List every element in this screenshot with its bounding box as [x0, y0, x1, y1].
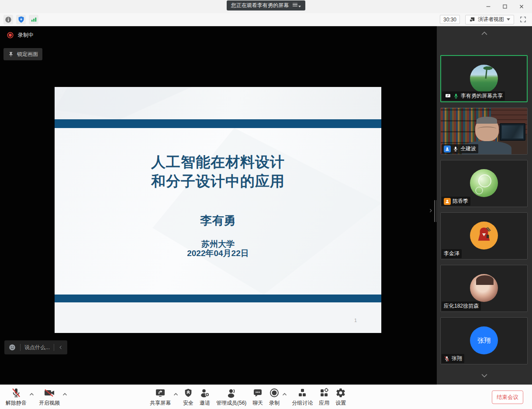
- minimize-icon[interactable]: [482, 1, 494, 12]
- view-mode-dropdown[interactable]: 演讲者视图: [465, 15, 514, 24]
- participant-name: 张翔: [452, 355, 462, 362]
- participant-tile-xu-miaosen[interactable]: 应化182徐苗森: [440, 265, 528, 312]
- participant-label: 张翔: [442, 354, 464, 363]
- breakout-rooms-button[interactable]: 分组讨论: [289, 386, 316, 409]
- scroll-up-icon[interactable]: [480, 30, 489, 38]
- participant-name: 陈香季: [453, 198, 468, 205]
- chat-button[interactable]: 聊天: [249, 386, 266, 409]
- red-figure: [475, 226, 493, 245]
- slide-title-line2: 和分子设计中的应用: [55, 172, 381, 191]
- mic-on-icon: [453, 93, 459, 99]
- scroll-down-icon[interactable]: [480, 372, 489, 380]
- participant-name: 应化182徐苗森: [444, 302, 479, 310]
- video-options-chevron-icon[interactable]: [62, 390, 67, 398]
- participant-label: 应化182徐苗森: [442, 302, 481, 311]
- hamburger-icon: [293, 3, 297, 7]
- emoji-icon[interactable]: [8, 343, 16, 351]
- participants-sidebar: 李有勇的屏幕共享 仝建波: [437, 26, 532, 385]
- members-icon: [226, 388, 237, 398]
- camera-off-icon: [44, 388, 55, 398]
- participant-tile-chen-xiangji[interactable]: 陈香季: [440, 160, 528, 207]
- settings-button[interactable]: 设置: [332, 386, 349, 409]
- chat-icon: [252, 388, 263, 398]
- fullscreen-icon[interactable]: [519, 16, 527, 23]
- apps-button[interactable]: 应用: [316, 386, 332, 409]
- manage-members-label: 管理成员(56): [216, 399, 246, 407]
- invite-button[interactable]: 邀请: [197, 386, 213, 409]
- start-video-button[interactable]: 开启视频: [36, 386, 63, 409]
- participant-tile-li-youyong-share[interactable]: 李有勇的屏幕共享: [440, 55, 528, 102]
- collapse-sidebar-icon[interactable]: [428, 207, 433, 216]
- toolbar-left-group: 解除静音 开启视频: [3, 385, 69, 409]
- shield-plus-icon[interactable]: [16, 15, 26, 24]
- chat-input-placeholder[interactable]: 说点什么...: [24, 344, 50, 351]
- divider: [20, 344, 21, 351]
- meeting-timer: 30:30: [440, 15, 460, 24]
- topbar-right: 30:30 演讲者视图: [440, 15, 527, 24]
- participant-label: 仝建波: [442, 144, 478, 153]
- maximize-icon[interactable]: [499, 1, 511, 12]
- share-screen-label: 共享屏幕: [150, 399, 171, 407]
- caret-down-icon: [298, 6, 301, 9]
- recording-indicator: 录制中: [7, 31, 34, 39]
- decoration: [475, 118, 498, 141]
- chevron-down-icon: [507, 18, 510, 22]
- mic-options-chevron-icon[interactable]: [29, 390, 34, 398]
- info-icon[interactable]: [3, 15, 13, 24]
- mic-muted-icon: [11, 388, 21, 398]
- participant-tile-li-jinze[interactable]: 李金泽: [440, 212, 528, 260]
- avatar-initials: 张翔: [477, 336, 491, 345]
- participant-name: 李金泽: [444, 250, 459, 257]
- share-screen-icon: [155, 388, 166, 398]
- meeting-window: 您正在观看李有勇的屏幕 30:30 演讲者视图: [0, 0, 532, 409]
- security-button[interactable]: 安全: [180, 386, 197, 409]
- watching-banner[interactable]: 您正在观看李有勇的屏幕: [227, 0, 305, 10]
- lock-screen-button[interactable]: 锁定画面: [3, 48, 42, 60]
- participant-tile-tong-jianbo[interactable]: 仝建波: [440, 107, 528, 155]
- meeting-toolbar: 解除静音 开启视频: [0, 385, 532, 409]
- user-badge-icon: [444, 198, 451, 205]
- unmute-label: 解除静音: [6, 399, 27, 407]
- slide-bottom-bar: [55, 295, 381, 302]
- record-label: 录制: [269, 399, 280, 407]
- window-controls: [482, 0, 528, 13]
- record-button[interactable]: 录制: [266, 386, 283, 409]
- shield-icon: [183, 388, 193, 398]
- chat-quick-input[interactable]: 说点什么...: [4, 340, 67, 354]
- manage-members-button[interactable]: 管理成员(56): [213, 386, 249, 409]
- avatar: [470, 274, 498, 302]
- close-icon[interactable]: [515, 1, 528, 12]
- presentation-slide: 人工智能在材料设计 和分子设计中的应用 李有勇 苏州大学 2022年04月22日…: [55, 87, 381, 333]
- mic-muted-icon: [444, 356, 450, 362]
- avatar: 张翔: [470, 326, 498, 354]
- chat-label: 聊天: [252, 399, 263, 407]
- view-mode-label: 演讲者视图: [478, 16, 504, 23]
- participant-label: 陈香季: [442, 197, 470, 206]
- decoration: [500, 123, 525, 141]
- unmute-button[interactable]: 解除静音: [3, 386, 30, 409]
- share-screen-button[interactable]: 共享屏幕: [147, 386, 174, 409]
- start-video-label: 开启视频: [39, 399, 60, 407]
- apps-icon: [319, 388, 329, 398]
- slide-title-line1: 人工智能在材料设计: [55, 153, 381, 172]
- banner-menu-icon[interactable]: [293, 3, 301, 9]
- slide-date: 2022年04月22日: [55, 248, 381, 259]
- mic-on-icon: [453, 146, 459, 152]
- slide-decoration: [55, 302, 381, 333]
- participant-tile-zhang-xiang[interactable]: 张翔 张翔: [440, 317, 528, 364]
- breakout-rooms-label: 分组讨论: [292, 399, 313, 407]
- avatar: [470, 169, 498, 197]
- share-options-chevron-icon[interactable]: [173, 390, 178, 398]
- collapse-left-icon[interactable]: [58, 345, 63, 350]
- signal-bars-icon[interactable]: [29, 15, 38, 24]
- watching-label: 您正在观看李有勇的屏幕: [231, 2, 289, 9]
- end-meeting-button[interactable]: 结束会议: [492, 390, 523, 404]
- participant-name: 仝建波: [460, 145, 476, 153]
- participant-name: 李有勇的屏幕共享: [461, 92, 503, 100]
- slide-author: 李有勇: [55, 213, 381, 229]
- slide-title: 人工智能在材料设计 和分子设计中的应用: [55, 153, 381, 191]
- divider: [54, 344, 54, 351]
- record-options-chevron-icon[interactable]: [282, 390, 287, 398]
- lock-screen-label: 锁定画面: [17, 51, 38, 58]
- breakout-icon: [297, 388, 307, 398]
